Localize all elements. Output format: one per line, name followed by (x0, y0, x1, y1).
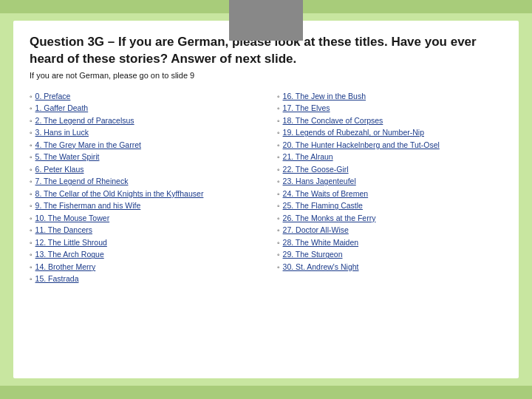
list-item: 0. Preface (30, 90, 255, 103)
list-item: 5. The Water Spirit (30, 151, 255, 163)
gray-box (229, 0, 303, 41)
left-list-col: 0. Preface1. Gaffer Death2. The Legend o… (30, 90, 255, 285)
list-item: 14. Brother Merry (30, 261, 255, 273)
list-item-text[interactable]: 10. The Mouse Tower (35, 212, 110, 224)
list-item-text[interactable]: 12. The Little Shroud (35, 236, 107, 248)
list-item: 24. The Waits of Bremen (277, 188, 502, 200)
list-item-text[interactable]: 7. The Legend of Rheineck (35, 175, 129, 187)
list-item-text[interactable]: 4. The Grey Mare in the Garret (35, 139, 141, 151)
list-item-text[interactable]: 20. The Hunter Hackelnberg and the Tut-O… (283, 139, 440, 151)
list-item-text[interactable]: 17. The Elves (283, 102, 330, 114)
list-item: 26. The Monks at the Ferry (277, 212, 502, 225)
list-item: 18. The Conclave of Corpses (277, 115, 502, 127)
bottom-bar (0, 386, 532, 399)
list-item-text[interactable]: 30. St. Andrew's Night (283, 261, 359, 273)
list-item: 21. The Alraun (277, 151, 502, 163)
list-item: 15. Fastrada (30, 273, 255, 285)
heading-answer: Answer of next slide. (171, 52, 296, 66)
list-item-text[interactable]: 0. Preface (35, 90, 71, 102)
list-item-text[interactable]: 21. The Alraun (283, 151, 333, 163)
list-item: 4. The Grey Mare in the Garret (30, 139, 255, 151)
slide-container: Question 3G – If you are German, please … (0, 0, 532, 399)
list-item: 27. Doctor All-Wise (277, 224, 502, 236)
list-item: 28. The White Maiden (277, 236, 502, 249)
left-list: 0. Preface1. Gaffer Death2. The Legend o… (30, 90, 255, 285)
list-item-text[interactable]: 11. The Dancers (35, 224, 92, 236)
list-item-text[interactable]: 1. Gaffer Death (35, 102, 89, 114)
list-item: 13. The Arch Rogue (30, 248, 255, 261)
list-item: 10. The Mouse Tower (30, 212, 255, 225)
list-item: 23. Hans Jagenteufel (277, 175, 502, 188)
list-item-text[interactable]: 9. The Fisherman and his Wife (35, 200, 141, 211)
list-item-text[interactable]: 22. The Goose-Girl (283, 163, 349, 175)
list-item-text[interactable]: 28. The White Maiden (283, 236, 359, 248)
list-item: 2. The Legend of Paracelsus (30, 115, 255, 127)
list-item: 29. The Sturgeon (277, 248, 502, 261)
subtitle: If you are not German, please go on to s… (30, 71, 502, 80)
list-item: 17. The Elves (277, 102, 502, 115)
list-item: 9. The Fisherman and his Wife (30, 200, 255, 212)
list-item-text[interactable]: 8. The Cellar of the Old Knights in the … (35, 188, 204, 200)
list-item-text[interactable]: 18. The Conclave of Corpses (283, 115, 383, 126)
list-item-text[interactable]: 5. The Water Spirit (35, 151, 100, 163)
list-item: 30. St. Andrew's Night (277, 261, 502, 273)
list-item-text[interactable]: 27. Doctor All-Wise (283, 224, 349, 236)
list-item-text[interactable]: 3. Hans in Luck (35, 126, 89, 138)
list-item-text[interactable]: 26. The Monks at the Ferry (283, 212, 376, 224)
right-list: 16. The Jew in the Bush17. The Elves18. … (277, 90, 502, 273)
list-item-text[interactable]: 25. The Flaming Castle (283, 200, 363, 211)
list-item: 7. The Legend of Rheineck (30, 175, 255, 188)
list-item-text[interactable]: 24. The Waits of Bremen (283, 188, 369, 200)
list-item-text[interactable]: 14. Brother Merry (35, 261, 96, 273)
list-item-text[interactable]: 13. The Arch Rogue (35, 248, 104, 260)
list-item: 1. Gaffer Death (30, 102, 255, 115)
list-item-text[interactable]: 23. Hans Jagenteufel (283, 175, 356, 187)
list-item: 3. Hans in Luck (30, 126, 255, 139)
list-item: 6. Peter Klaus (30, 163, 255, 176)
lists-container: 0. Preface1. Gaffer Death2. The Legend o… (30, 90, 502, 285)
list-item: 11. The Dancers (30, 224, 255, 236)
list-item-text[interactable]: 15. Fastrada (35, 273, 79, 284)
list-item: 16. The Jew in the Bush (277, 90, 502, 103)
list-item: 25. The Flaming Castle (277, 200, 502, 212)
slide-inner: Question 3G – If you are German, please … (13, 21, 519, 378)
list-item-text[interactable]: 29. The Sturgeon (283, 248, 343, 260)
list-item-text[interactable]: 6. Peter Klaus (35, 163, 84, 175)
list-item: 19. Legends of Rubezahl, or Number-Nip (277, 126, 502, 139)
right-list-col: 16. The Jew in the Bush17. The Elves18. … (277, 90, 502, 285)
list-item: 22. The Goose-Girl (277, 163, 502, 176)
list-item-text[interactable]: 16. The Jew in the Bush (283, 90, 366, 102)
list-item: 8. The Cellar of the Old Knights in the … (30, 188, 255, 200)
list-item-text[interactable]: 2. The Legend of Paracelsus (35, 115, 134, 126)
list-item-text[interactable]: 19. Legends of Rubezahl, or Number-Nip (283, 126, 424, 138)
list-item: 20. The Hunter Hackelnberg and the Tut-O… (277, 139, 502, 151)
list-item: 12. The Little Shroud (30, 236, 255, 249)
